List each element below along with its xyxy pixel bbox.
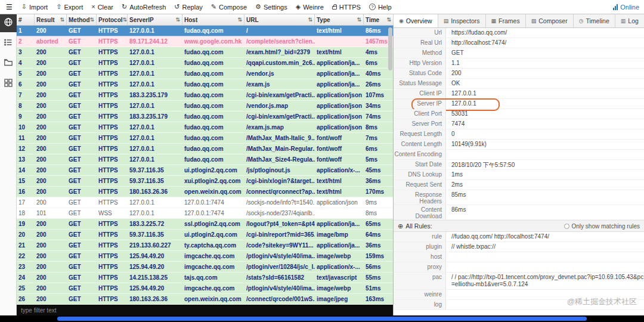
tab-composer[interactable]: ▨Composer	[526, 14, 574, 27]
tab-timeline[interactable]: ◷Timeline	[574, 14, 615, 27]
table-row[interactable]: 3200GETHTTPS127.0.0.1fudao.qq.com/exam.h…	[17, 47, 393, 58]
table-row[interactable]: 13200GETHTTPS127.0.0.1fudao.qq.com/MathJ…	[17, 154, 393, 165]
cell-type: application/ja...	[315, 240, 364, 250]
cell-time: 65ms	[364, 219, 393, 229]
column-header-method[interactable]: Method⇅	[67, 14, 97, 25]
field-value	[446, 262, 644, 272]
column-header-[interactable]: #	[17, 14, 35, 25]
field-value: 53031	[446, 109, 644, 119]
field-label: host	[394, 252, 446, 262]
table-row[interactable]: 25200GETHTTPS125.94.49.20imgcache.qq.com…	[17, 283, 393, 294]
table-scrollbar[interactable]	[388, 27, 392, 70]
cell-server_ip: 127.0.0.1	[128, 79, 182, 89]
table-row[interactable]: 4200GETHTTPS127.0.0.1fudao.qq.com/qqapi.…	[17, 58, 393, 69]
cell-url: /stats?sId=66161582	[244, 273, 315, 283]
cell-protocol: HTTPS	[97, 26, 128, 36]
column-header-host[interactable]: Host⇅	[182, 14, 244, 25]
toolbar-clear-button[interactable]: ×Clear	[87, 4, 117, 11]
toolbar-weinre-button[interactable]: ◈Weinre	[292, 4, 328, 11]
column-header-result[interactable]: Result⇅	[35, 14, 67, 25]
column-header-time[interactable]: Time⇅	[364, 14, 394, 25]
cell-time: 7ms	[364, 133, 393, 143]
sort-icon: ⇅	[175, 17, 180, 23]
cell-url: /logout?pt4_token=&pt4...	[244, 219, 315, 229]
sidebar-item-values[interactable]	[0, 55, 17, 73]
toolbar-export-button[interactable]: ⇧Export	[52, 4, 87, 11]
toolbar-https-button[interactable]: HTTPS	[328, 4, 365, 11]
cell-type: text/javascript	[315, 273, 364, 283]
field-label: Real Url	[394, 38, 446, 48]
filter-input[interactable]	[17, 305, 393, 315]
table-row[interactable]: 14200GETHTTPS59.37.116.35ui.ptlogin2.qq.…	[17, 165, 393, 176]
table-row[interactable]: 6200GETHTTPS127.0.0.1fudao.qq.com/exam.j…	[17, 79, 393, 90]
table-row[interactable]: 15200GETHTTPS59.37.116.35xui.ptlogin2.qq…	[17, 176, 393, 187]
table-row[interactable]: 23200GETHTTPS125.94.49.20imgcache.qq.com…	[17, 262, 393, 273]
cell-method: GET	[67, 133, 97, 143]
help-icon: ?	[369, 4, 376, 10]
table-row[interactable]: 20200GETHTTPS59.37.116.35ui.ptlogin2.qq.…	[17, 230, 393, 240]
cell-result: 200	[35, 90, 67, 100]
cell-type: image/webp	[315, 251, 364, 261]
cell-type: application/json	[315, 101, 364, 111]
table-row[interactable]: 18101GETWSS127.0.0.1127.0.0.1:7474/sockj…	[17, 208, 393, 219]
field-label: Server IP	[394, 99, 446, 109]
compose-icon: ✎	[211, 4, 216, 10]
table-row[interactable]: 9200GETHTTPS183.3.235.179fudao.qq.com/cg…	[17, 112, 393, 122]
table-row[interactable]: 24200GETHTTPS14.215.138.25tajs.qq.com/st…	[17, 273, 393, 283]
column-header-protocol[interactable]: Protocol⇅	[97, 14, 128, 25]
toolbar-replay-button[interactable]: ↺Replay	[170, 4, 206, 11]
rule-row-proxy: proxy	[394, 262, 644, 273]
sidebar-item-plugins[interactable]	[0, 75, 17, 93]
table-row[interactable]: 17200GETHTTPS127.0.0.1127.0.0.1:7474/soc…	[17, 197, 393, 208]
online-status[interactable]: Online	[613, 4, 639, 11]
table-row[interactable]: 1200GETHTTPS127.0.0.1fudao.qq.com/text/h…	[17, 26, 393, 36]
table-row[interactable]: 16200GETHTTPS180.163.26.36open.weixin.qq…	[17, 187, 393, 197]
sidebar-item-rules[interactable]	[0, 35, 17, 52]
table-row[interactable]: 19200GETHTTPS183.3.225.72ssl.ptlogin2.qq…	[17, 219, 393, 230]
toolbar-help-button[interactable]: ?Help	[365, 4, 396, 11]
toolbar-settings-button[interactable]: ⚙Settings	[251, 4, 292, 11]
table-row[interactable]: 26200GETHTTPS180.163.26.36open.weixin.qq…	[17, 294, 393, 305]
table-row[interactable]: 21200GETHTTPS219.133.60.227ty.captcha.qq…	[17, 240, 393, 251]
cell-protocol: HTTPS	[97, 112, 128, 122]
toolbar-autorefresh-button[interactable]: ↻AutoRefresh	[117, 4, 170, 11]
cell-time: 170ms	[364, 187, 393, 197]
tab-overview[interactable]: ◉Overview	[394, 14, 438, 27]
field-value: 1ms	[446, 170, 644, 179]
cell-type: font/woff	[315, 144, 364, 154]
cell-url: /code?sitekey=9WY11...	[244, 240, 315, 250]
tab-log[interactable]: ▥Log	[615, 14, 644, 27]
menu-icon[interactable]: ☰	[6, 3, 13, 11]
rule-row-host: host	[394, 252, 644, 262]
field-label: Status Message	[394, 79, 446, 88]
tab-inspectors[interactable]: ▤Inspectors	[438, 14, 486, 27]
cell-result: 200	[35, 262, 67, 272]
expand-icon[interactable]: ⊕	[398, 222, 403, 230]
cell-host: fudao.qq.com	[182, 69, 244, 79]
cell-url: /js/ptloginout.js	[244, 165, 315, 175]
table-row[interactable]: 10200GETHTTPS127.0.0.1fudao.qq.com/exam.…	[17, 122, 393, 133]
overview-row-content-encoding: Content Encoding	[394, 150, 644, 160]
cell-result: 200	[35, 230, 67, 240]
table-row[interactable]: 5200GETHTTPS127.0.0.1fudao.qq.com/vendor…	[17, 69, 393, 79]
table-row[interactable]: 2abortedGETHTTPS89.171.244.12www.google.…	[17, 36, 393, 47]
table-row[interactable]: 22200GETHTTPS125.94.49.20imgcache.qq.com…	[17, 251, 393, 262]
cell-result: 200	[35, 144, 67, 154]
table-row[interactable]: 7200GETHTTPS183.3.235.179fudao.qq.com/cg…	[17, 90, 393, 101]
toolbar-import-button[interactable]: ⇩Import	[17, 4, 52, 11]
rule-row-weinre: weinre	[394, 290, 644, 300]
column-header-url[interactable]: URL⇅	[244, 14, 315, 25]
column-header-type[interactable]: Type⇅	[315, 14, 364, 25]
overview-icon: ◉	[399, 18, 404, 24]
cell-protocol: HTTPS	[97, 58, 128, 68]
sidebar-item-network[interactable]	[0, 14, 17, 32]
column-header-serverip[interactable]: ServerIP⇅	[128, 14, 182, 25]
only-matching-toggle[interactable]: Only show matching rules	[564, 223, 640, 230]
table-row[interactable]: 11200GETHTTPS127.0.0.1fudao.qq.com/MathJ…	[17, 133, 393, 144]
overview-row-request-sent: Request Sent2ms	[394, 180, 644, 190]
tab-frames[interactable]: ▦Frames	[486, 14, 526, 27]
table-row[interactable]: 8200GETHTTPS127.0.0.1fudao.qq.com/vendor…	[17, 101, 393, 112]
cell-time: 51ms	[364, 283, 393, 293]
toolbar-compose-button[interactable]: ✎Compose	[207, 4, 251, 11]
table-row[interactable]: 12200GETHTTPS127.0.0.1fudao.qq.com/MathJ…	[17, 144, 393, 154]
